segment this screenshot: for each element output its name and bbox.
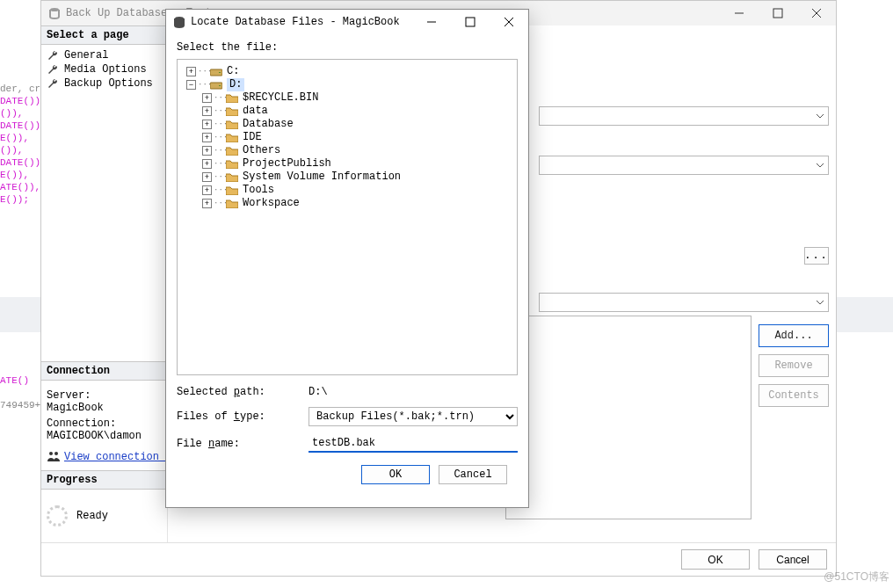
expand-icon[interactable]: + [202, 199, 212, 208]
chevron-down-icon [816, 161, 824, 170]
watermark: @51CTO博客 [824, 570, 889, 584]
combo-1[interactable] [539, 106, 829, 126]
close-button[interactable] [490, 10, 528, 34]
collapse-icon[interactable]: − [186, 80, 196, 90]
close-button[interactable] [797, 1, 836, 25]
selected-path-label: Selected path: [177, 386, 309, 398]
expand-icon[interactable]: + [202, 172, 212, 182]
tree-label: Tools [243, 184, 274, 197]
folder-icon [226, 106, 238, 116]
tree-folder[interactable]: +··· ProjectPublish [181, 157, 513, 171]
database-icon [48, 7, 61, 19]
tree-folder[interactable]: +··· Workspace [181, 197, 513, 210]
left-panel: Select a page General Media Options Back… [41, 25, 168, 542]
progress-block: Ready [41, 490, 167, 542]
tree-folder[interactable]: +··· Tools [181, 184, 513, 197]
contents-button[interactable]: Contents [759, 384, 829, 407]
select-page-header: Select a page [41, 25, 167, 45]
tree-label: data [243, 105, 268, 118]
expand-icon[interactable]: + [202, 93, 212, 103]
drive-icon [210, 67, 222, 76]
page-general[interactable]: General [47, 48, 167, 62]
locate-title: Locate Database Files - MagicBook [191, 16, 400, 28]
folder-icon [226, 199, 238, 208]
view-connection-link[interactable]: View connection pr [64, 451, 178, 463]
page-media-options[interactable]: Media Options [47, 62, 167, 76]
backup-cancel-button[interactable]: Cancel [759, 549, 827, 570]
expand-icon[interactable]: + [202, 159, 212, 169]
progress-header: Progress [41, 470, 167, 490]
code-background: der, cr DATE()) ()), DATE()), E()), ()),… [0, 70, 46, 218]
connection-block: Server: MagicBook Connection: MAGICBOOK\… [41, 381, 167, 447]
add-button[interactable]: Add... [759, 324, 829, 347]
expand-icon[interactable]: + [202, 185, 212, 195]
tree-label: ProjectPublish [243, 157, 331, 171]
tree-label: C: [227, 65, 239, 78]
page-label: General [64, 49, 108, 62]
svg-rect-15 [219, 85, 221, 86]
expand-icon[interactable]: + [186, 67, 196, 76]
folder-icon [226, 120, 238, 129]
svg-rect-2 [773, 9, 782, 18]
maximize-button[interactable] [451, 10, 490, 34]
browse-button[interactable]: ... [804, 247, 829, 265]
wrench-icon [47, 49, 59, 62]
tree-drive-c[interactable]: + ··· C: [181, 65, 513, 78]
svg-rect-13 [219, 72, 221, 73]
minimize-button[interactable] [412, 10, 451, 34]
files-of-type-label: Files of type: [177, 410, 309, 423]
page-backup-options[interactable]: Backup Options [47, 76, 167, 91]
locate-files-window: Locate Database Files - MagicBook Select… [165, 9, 529, 508]
select-file-label: Select the file: [177, 41, 518, 54]
chevron-down-icon [816, 298, 824, 307]
minimize-button[interactable] [720, 1, 759, 25]
tree-folder[interactable]: +··· $RECYCLE.BIN [181, 91, 513, 105]
svg-point-5 [49, 452, 53, 455]
expand-icon[interactable]: + [202, 133, 212, 142]
file-name-input[interactable] [309, 435, 518, 453]
tree-label: D: [227, 78, 244, 91]
maximize-button[interactable] [759, 1, 797, 25]
tree-folder[interactable]: +··· System Volume Information [181, 171, 513, 184]
folder-icon [226, 133, 238, 142]
tree-folder[interactable]: +··· Database [181, 118, 513, 131]
svg-point-0 [50, 8, 59, 11]
progress-spinner-icon [47, 505, 68, 526]
folder-icon [226, 93, 238, 103]
connection-header: Connection [41, 361, 167, 381]
file-name-label: File name: [177, 438, 309, 450]
page-list: General Media Options Backup Options [41, 45, 167, 91]
tree-folder[interactable]: +··· data [181, 105, 513, 118]
expand-icon[interactable]: + [202, 120, 212, 129]
expand-icon[interactable]: + [202, 146, 212, 156]
locate-cancel-button[interactable]: Cancel [439, 465, 507, 484]
combo-3[interactable] [539, 293, 829, 312]
tree-folder[interactable]: +··· Others [181, 144, 513, 157]
expand-icon[interactable]: + [202, 106, 212, 116]
locate-titlebar[interactable]: Locate Database Files - MagicBook [166, 10, 528, 34]
tree-folder[interactable]: +··· IDE [181, 131, 513, 144]
tree-label: IDE [243, 131, 262, 144]
backup-footer: OK Cancel [41, 542, 836, 576]
page-label: Media Options [64, 63, 147, 76]
tree-drive-d[interactable]: − ··· D: [181, 78, 513, 91]
destination-listbox[interactable] [505, 316, 751, 519]
drive-icon [210, 80, 222, 90]
combo-2[interactable] [539, 156, 829, 175]
wrench-icon [47, 63, 59, 76]
tree-label: Workspace [243, 197, 300, 210]
progress-status: Ready [76, 510, 108, 522]
connection-value: MAGICBOOK\damon [47, 430, 162, 442]
remove-button[interactable]: Remove [759, 354, 829, 377]
tree-label: $RECYCLE.BIN [243, 91, 318, 105]
tree-label: Database [243, 118, 294, 131]
files-of-type-select[interactable]: Backup Files(*.bak;*.trn) [309, 407, 518, 426]
server-value: MagicBook [47, 402, 162, 414]
backup-ok-button[interactable]: OK [681, 549, 750, 570]
svg-point-6 [54, 452, 58, 455]
folder-icon [226, 185, 238, 195]
tree-label: Others [243, 144, 280, 157]
folder-icon [226, 146, 238, 156]
folder-tree[interactable]: + ··· C: − ··· D: +··· $RECYCLE.BIN [177, 59, 518, 375]
locate-ok-button[interactable]: OK [361, 465, 430, 484]
